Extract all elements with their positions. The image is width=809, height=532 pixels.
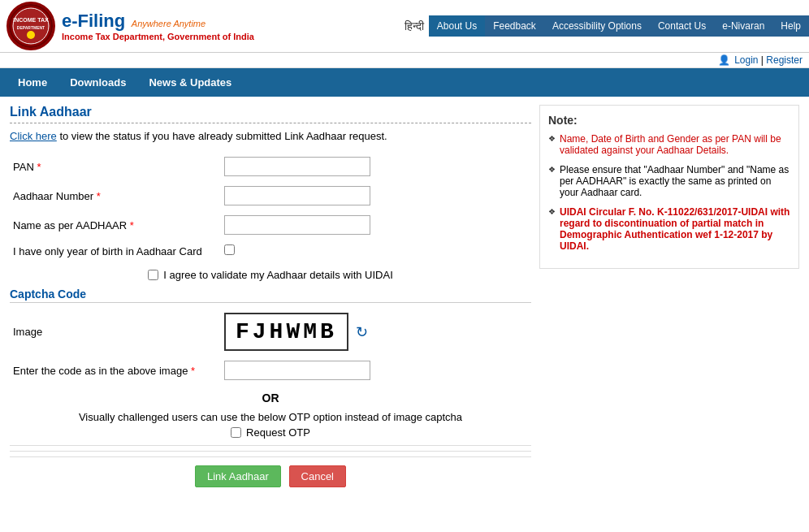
tab-help[interactable]: Help: [772, 15, 809, 37]
divider-3: [10, 456, 531, 457]
captcha-code-row: Enter the code as in the above image *: [10, 356, 531, 385]
register-link[interactable]: Register: [766, 54, 803, 66]
logo-text: e-Filing Anywhere Anytime Income Tax Dep…: [62, 11, 254, 41]
pan-label: PAN *: [10, 152, 221, 181]
name-row: Name as per AADHAAR *: [10, 210, 531, 240]
name-label: Name as per AADHAAR *: [10, 210, 221, 240]
note-panel: Note: Name, Date of Birth and Gender as …: [539, 105, 799, 269]
aadhaar-input[interactable]: [224, 186, 370, 205]
logo-area: INCOME TAX DEPARTMENT e-Filing Anywhere …: [0, 2, 254, 50]
note-item-3-text: UIDAI Circular F. No. K-11022/631/2017-U…: [560, 206, 790, 252]
note-item-3: UIDAI Circular F. No. K-11022/631/2017-U…: [548, 206, 790, 252]
main-nav: Home Downloads News & Updates: [0, 68, 809, 97]
captcha-image-label: Image: [10, 308, 221, 356]
request-otp-row: Request OTP: [10, 426, 531, 439]
year-of-birth-row: I have only year of birth in Aadhaar Car…: [10, 240, 531, 262]
svg-text:INCOME TAX: INCOME TAX: [13, 17, 49, 23]
aadhaar-required: *: [97, 190, 101, 202]
aadhaar-label: Aadhaar Number *: [10, 181, 221, 210]
captcha-image: FJHWMB: [224, 313, 348, 351]
logo-title: e-Filing Anywhere Anytime: [62, 11, 254, 32]
click-here-desc: to view the status if you have already s…: [57, 130, 387, 142]
logo-emblem: INCOME TAX DEPARTMENT: [6, 2, 55, 50]
link-aadhaar-form: PAN * Aadhaar Number * Name as per A: [10, 152, 531, 262]
year-of-birth-label: I have only year of birth in Aadhaar Car…: [10, 240, 221, 262]
note-item-2: Please ensure that "Aadhaar Number" and …: [548, 164, 790, 198]
tab-enivaran[interactable]: e-Nivaran: [714, 15, 772, 37]
logo-subtitle: Income Tax Department, Government of Ind…: [62, 32, 254, 41]
tab-contact[interactable]: Contact Us: [650, 15, 714, 37]
agree-checkbox[interactable]: [148, 270, 158, 280]
note-list: Name, Date of Birth and Gender as per PA…: [548, 133, 790, 252]
link-aadhaar-button[interactable]: Link Aadhaar: [195, 465, 281, 487]
top-bar: INCOME TAX DEPARTMENT e-Filing Anywhere …: [0, 0, 809, 53]
nav-downloads[interactable]: Downloads: [58, 68, 137, 97]
or-divider: OR: [10, 391, 531, 404]
hindi-link[interactable]: हिन्दी: [404, 19, 424, 33]
pan-input[interactable]: [224, 157, 370, 176]
name-input[interactable]: [224, 215, 370, 235]
captcha-form: Image FJHWMB ↻ Enter the code as in the …: [10, 308, 531, 385]
aadhaar-row: Aadhaar Number *: [10, 181, 531, 210]
divider-2: [10, 451, 531, 452]
page-content: Link Aadhaar Click here to view the stat…: [0, 97, 809, 495]
captcha-code-input[interactable]: [224, 361, 370, 380]
captcha-code-label: Enter the code as in the above image *: [10, 356, 221, 385]
name-required: *: [130, 219, 134, 231]
agree-row: I agree to validate my Aadhaar details w…: [10, 269, 531, 281]
click-here-line: Click here to view the status if you hav…: [10, 130, 531, 142]
tab-feedback[interactable]: Feedback: [485, 15, 544, 37]
tab-accessibility[interactable]: Accessibility Options: [544, 15, 650, 37]
click-here-link[interactable]: Click here: [10, 130, 57, 142]
divider-1: [10, 445, 531, 446]
visually-challenged-text: Visually challenged users can use the be…: [10, 411, 531, 423]
request-otp-label: Request OTP: [246, 426, 310, 439]
button-row: Link Aadhaar Cancel: [10, 465, 531, 487]
captcha-section: Captcha Code Image FJHWMB ↻ Enter the co…: [10, 288, 531, 439]
left-panel: Link Aadhaar Click here to view the stat…: [10, 105, 531, 487]
right-panel: Note: Name, Date of Birth and Gender as …: [539, 105, 799, 487]
nav-home[interactable]: Home: [6, 68, 58, 97]
note-item-1-text: Name, Date of Birth and Gender as per PA…: [560, 133, 781, 156]
top-nav-tabs: About Us Feedback Accessibility Options …: [429, 15, 809, 37]
pan-required: *: [37, 161, 41, 173]
request-otp-checkbox[interactable]: [231, 427, 241, 438]
login-link[interactable]: Login: [734, 54, 758, 66]
pan-row: PAN *: [10, 152, 531, 181]
year-of-birth-checkbox[interactable]: [224, 244, 235, 255]
page-title: Link Aadhaar: [10, 105, 531, 123]
refresh-captcha-icon[interactable]: ↻: [356, 324, 368, 340]
captcha-image-row: Image FJHWMB ↻: [10, 308, 531, 356]
agree-label: I agree to validate my Aadhaar details w…: [163, 269, 393, 281]
note-item-2-text: Please ensure that "Aadhaar Number" and …: [560, 164, 789, 198]
login-bar: 👤 Login | Register: [0, 53, 809, 68]
note-title: Note:: [548, 114, 790, 127]
tab-about[interactable]: About Us: [429, 15, 485, 37]
cancel-button[interactable]: Cancel: [289, 465, 346, 487]
svg-text:DEPARTMENT: DEPARTMENT: [17, 25, 45, 30]
captcha-heading: Captcha Code: [10, 288, 531, 303]
svg-point-4: [27, 31, 35, 39]
top-nav-area: हिन्दी About Us Feedback Accessibility O…: [404, 15, 809, 37]
note-item-1: Name, Date of Birth and Gender as per PA…: [548, 133, 790, 156]
nav-news[interactable]: News & Updates: [137, 68, 243, 97]
